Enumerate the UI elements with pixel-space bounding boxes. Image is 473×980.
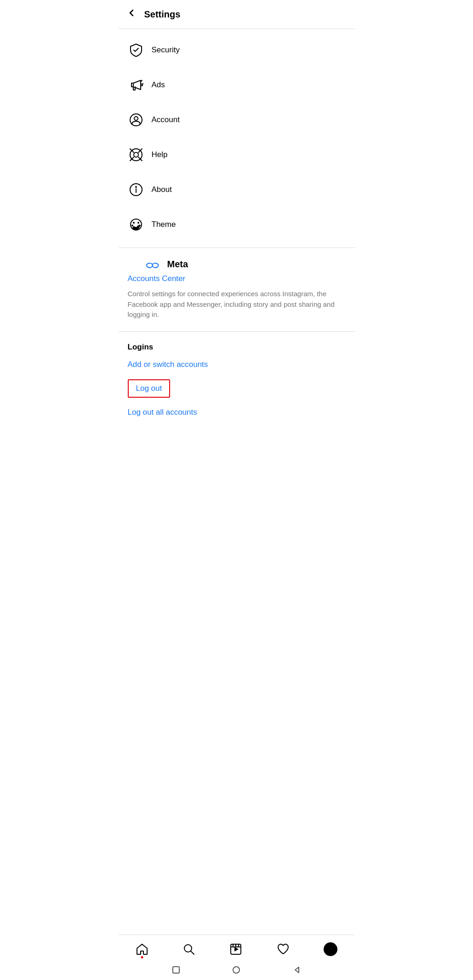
settings-menu: Security Ads Account — [119, 29, 355, 246]
menu-item-theme-label: Theme — [152, 220, 176, 229]
logout-button[interactable]: Log out — [128, 379, 171, 398]
menu-item-security[interactable]: Security — [119, 33, 355, 68]
svg-line-1 — [141, 80, 142, 81]
menu-item-theme[interactable]: Theme — [119, 207, 355, 242]
page-title: Settings — [144, 9, 181, 20]
divider-1 — [119, 248, 355, 248]
menu-item-about-label: About — [152, 185, 172, 194]
svg-point-4 — [134, 117, 138, 120]
meta-logo-icon — [128, 260, 145, 269]
svg-point-16 — [137, 222, 139, 224]
logout-all-accounts-link[interactable]: Log out all accounts — [128, 408, 346, 417]
menu-item-about[interactable]: About — [119, 172, 355, 207]
accounts-center-link[interactable]: Accounts Center — [128, 274, 346, 283]
info-circle-icon — [128, 181, 144, 198]
lifebuoy-icon — [128, 146, 144, 163]
svg-point-13 — [136, 186, 137, 187]
divider-2 — [119, 331, 355, 332]
menu-item-ads[interactable]: Ads — [119, 68, 355, 102]
shield-check-icon — [128, 42, 144, 58]
palette-icon — [128, 216, 144, 233]
account-circle-icon — [128, 112, 144, 128]
svg-point-15 — [133, 222, 135, 224]
svg-line-2 — [142, 84, 143, 84]
logins-section: Logins Add or switch accounts Log out Lo… — [119, 333, 355, 417]
accounts-center-section: Meta Accounts Center Control settings fo… — [119, 250, 355, 329]
accounts-center-description: Control settings for connected experienc… — [128, 289, 346, 320]
meta-wordmark-icon — [145, 260, 163, 269]
menu-item-help-label: Help — [152, 150, 168, 159]
menu-item-security-label: Security — [152, 45, 180, 55]
svg-point-6 — [134, 152, 138, 157]
menu-item-account-label: Account — [152, 115, 180, 124]
logins-title: Logins — [128, 343, 346, 352]
menu-item-account[interactable]: Account — [119, 102, 355, 137]
menu-item-help[interactable]: Help — [119, 137, 355, 172]
svg-point-18 — [131, 225, 133, 226]
add-switch-accounts-link[interactable]: Add or switch accounts — [128, 360, 346, 369]
megaphone-icon — [128, 77, 144, 93]
meta-label: Meta — [167, 259, 188, 270]
menu-item-ads-label: Ads — [152, 80, 165, 90]
back-button[interactable] — [126, 7, 137, 21]
meta-logo-row: Meta — [128, 259, 346, 270]
settings-header: Settings — [119, 0, 355, 29]
